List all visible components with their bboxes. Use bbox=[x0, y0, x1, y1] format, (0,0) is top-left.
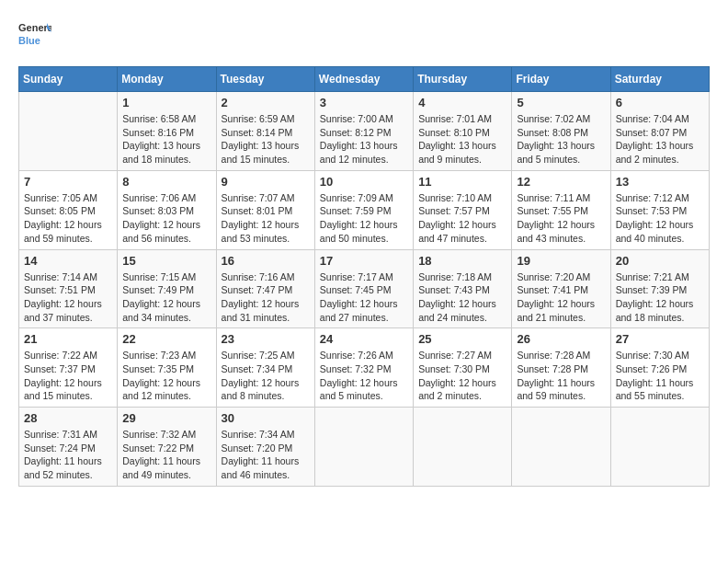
day-info: Sunrise: 7:30 AM Sunset: 7:26 PM Dayligh… bbox=[616, 349, 704, 403]
calendar-cell: 3Sunrise: 7:00 AM Sunset: 8:12 PM Daylig… bbox=[314, 92, 413, 171]
calendar-cell: 1Sunrise: 6:58 AM Sunset: 8:16 PM Daylig… bbox=[118, 92, 216, 171]
calendar-cell: 20Sunrise: 7:21 AM Sunset: 7:39 PM Dayli… bbox=[610, 249, 709, 328]
day-info: Sunrise: 7:28 AM Sunset: 7:28 PM Dayligh… bbox=[517, 349, 605, 403]
day-info: Sunrise: 7:07 AM Sunset: 8:01 PM Dayligh… bbox=[222, 191, 310, 246]
day-info: Sunrise: 7:14 AM Sunset: 7:51 PM Dayligh… bbox=[24, 270, 112, 325]
day-number: 20 bbox=[616, 254, 704, 268]
calendar-cell: 19Sunrise: 7:20 AM Sunset: 7:41 PM Dayli… bbox=[512, 249, 610, 328]
calendar-header: SundayMondayTuesdayWednesdayThursdayFrid… bbox=[19, 67, 710, 92]
header-day-thursday: Thursday bbox=[414, 67, 512, 92]
calendar-cell: 29Sunrise: 7:32 AM Sunset: 7:22 PM Dayli… bbox=[118, 408, 216, 487]
day-info: Sunrise: 7:16 AM Sunset: 7:47 PM Dayligh… bbox=[222, 270, 310, 325]
day-info: Sunrise: 7:20 AM Sunset: 7:41 PM Dayligh… bbox=[517, 270, 605, 325]
day-number: 4 bbox=[418, 96, 506, 109]
calendar-cell: 8Sunrise: 7:06 AM Sunset: 8:03 PM Daylig… bbox=[118, 170, 216, 249]
day-number: 3 bbox=[320, 96, 408, 109]
svg-text:General: General bbox=[18, 22, 51, 33]
day-info: Sunrise: 6:58 AM Sunset: 8:16 PM Dayligh… bbox=[122, 112, 210, 167]
calendar-cell bbox=[314, 408, 413, 487]
day-number: 11 bbox=[418, 175, 506, 189]
day-info: Sunrise: 7:21 AM Sunset: 7:39 PM Dayligh… bbox=[616, 270, 704, 325]
calendar-cell: 13Sunrise: 7:12 AM Sunset: 7:53 PM Dayli… bbox=[610, 170, 709, 249]
week-row-4: 21Sunrise: 7:22 AM Sunset: 7:37 PM Dayli… bbox=[19, 328, 710, 408]
calendar-cell: 10Sunrise: 7:09 AM Sunset: 7:59 PM Dayli… bbox=[314, 170, 413, 249]
day-number: 29 bbox=[122, 411, 210, 425]
calendar-cell bbox=[414, 408, 512, 487]
calendar-cell: 30Sunrise: 7:34 AM Sunset: 7:20 PM Dayli… bbox=[216, 408, 314, 487]
day-number: 27 bbox=[616, 332, 704, 346]
header-day-sunday: Sunday bbox=[19, 67, 118, 92]
calendar-cell: 9Sunrise: 7:07 AM Sunset: 8:01 PM Daylig… bbox=[216, 170, 314, 249]
day-info: Sunrise: 7:01 AM Sunset: 8:10 PM Dayligh… bbox=[418, 112, 506, 167]
calendar-cell: 21Sunrise: 7:22 AM Sunset: 7:37 PM Dayli… bbox=[19, 328, 118, 408]
day-number: 6 bbox=[616, 96, 704, 109]
calendar-cell: 24Sunrise: 7:26 AM Sunset: 7:32 PM Dayli… bbox=[314, 328, 413, 408]
calendar-cell: 14Sunrise: 7:14 AM Sunset: 7:51 PM Dayli… bbox=[19, 249, 118, 328]
day-number: 12 bbox=[517, 175, 605, 189]
calendar-cell: 4Sunrise: 7:01 AM Sunset: 8:10 PM Daylig… bbox=[414, 92, 512, 171]
calendar-cell: 12Sunrise: 7:11 AM Sunset: 7:55 PM Dayli… bbox=[512, 170, 610, 249]
day-info: Sunrise: 7:09 AM Sunset: 7:59 PM Dayligh… bbox=[320, 191, 408, 246]
calendar-cell bbox=[610, 408, 709, 487]
day-number: 19 bbox=[517, 254, 605, 268]
day-info: Sunrise: 7:23 AM Sunset: 7:35 PM Dayligh… bbox=[122, 349, 210, 403]
day-info: Sunrise: 7:34 AM Sunset: 7:20 PM Dayligh… bbox=[222, 428, 310, 482]
day-info: Sunrise: 7:04 AM Sunset: 8:07 PM Dayligh… bbox=[616, 112, 704, 167]
header-day-tuesday: Tuesday bbox=[216, 67, 314, 92]
calendar-cell: 22Sunrise: 7:23 AM Sunset: 7:35 PM Dayli… bbox=[118, 328, 216, 408]
day-info: Sunrise: 7:02 AM Sunset: 8:08 PM Dayligh… bbox=[517, 112, 605, 167]
day-number: 7 bbox=[24, 175, 112, 189]
calendar-cell: 6Sunrise: 7:04 AM Sunset: 8:07 PM Daylig… bbox=[610, 92, 709, 171]
header-row: SundayMondayTuesdayWednesdayThursdayFrid… bbox=[19, 67, 710, 92]
logo-svg: General Blue bbox=[18, 18, 51, 52]
calendar-cell: 18Sunrise: 7:18 AM Sunset: 7:43 PM Dayli… bbox=[414, 249, 512, 328]
day-info: Sunrise: 7:06 AM Sunset: 8:03 PM Dayligh… bbox=[122, 191, 210, 246]
day-info: Sunrise: 7:05 AM Sunset: 8:05 PM Dayligh… bbox=[24, 191, 112, 246]
calendar-cell: 25Sunrise: 7:27 AM Sunset: 7:30 PM Dayli… bbox=[414, 328, 512, 408]
header-day-friday: Friday bbox=[512, 67, 610, 92]
day-info: Sunrise: 7:11 AM Sunset: 7:55 PM Dayligh… bbox=[517, 191, 605, 246]
day-info: Sunrise: 7:27 AM Sunset: 7:30 PM Dayligh… bbox=[418, 349, 506, 403]
calendar-cell: 15Sunrise: 7:15 AM Sunset: 7:49 PM Dayli… bbox=[118, 249, 216, 328]
day-number: 25 bbox=[418, 332, 506, 346]
page-header: General Blue bbox=[18, 18, 710, 52]
day-info: Sunrise: 7:12 AM Sunset: 7:53 PM Dayligh… bbox=[616, 191, 704, 246]
day-number: 14 bbox=[24, 254, 112, 268]
day-info: Sunrise: 7:00 AM Sunset: 8:12 PM Dayligh… bbox=[320, 112, 408, 167]
calendar-cell bbox=[512, 408, 610, 487]
header-day-saturday: Saturday bbox=[610, 67, 709, 92]
calendar-cell: 16Sunrise: 7:16 AM Sunset: 7:47 PM Dayli… bbox=[216, 249, 314, 328]
day-info: Sunrise: 7:31 AM Sunset: 7:24 PM Dayligh… bbox=[24, 428, 112, 482]
calendar-cell bbox=[19, 92, 118, 171]
calendar-cell: 17Sunrise: 7:17 AM Sunset: 7:45 PM Dayli… bbox=[314, 249, 413, 328]
calendar-cell: 28Sunrise: 7:31 AM Sunset: 7:24 PM Dayli… bbox=[19, 408, 118, 487]
day-number: 21 bbox=[24, 332, 112, 346]
day-number: 9 bbox=[222, 175, 310, 189]
day-info: Sunrise: 7:15 AM Sunset: 7:49 PM Dayligh… bbox=[122, 270, 210, 325]
day-number: 13 bbox=[616, 175, 704, 189]
day-number: 23 bbox=[222, 332, 310, 346]
calendar-cell: 26Sunrise: 7:28 AM Sunset: 7:28 PM Dayli… bbox=[512, 328, 610, 408]
calendar-cell: 2Sunrise: 6:59 AM Sunset: 8:14 PM Daylig… bbox=[216, 92, 314, 171]
calendar-cell: 23Sunrise: 7:25 AM Sunset: 7:34 PM Dayli… bbox=[216, 328, 314, 408]
svg-text:Blue: Blue bbox=[18, 35, 40, 46]
day-number: 16 bbox=[222, 254, 310, 268]
day-info: Sunrise: 7:32 AM Sunset: 7:22 PM Dayligh… bbox=[122, 428, 210, 482]
day-number: 15 bbox=[122, 254, 210, 268]
day-number: 24 bbox=[320, 332, 408, 346]
day-info: Sunrise: 6:59 AM Sunset: 8:14 PM Dayligh… bbox=[222, 112, 310, 167]
day-info: Sunrise: 7:10 AM Sunset: 7:57 PM Dayligh… bbox=[418, 191, 506, 246]
week-row-1: 1Sunrise: 6:58 AM Sunset: 8:16 PM Daylig… bbox=[19, 92, 710, 171]
week-row-5: 28Sunrise: 7:31 AM Sunset: 7:24 PM Dayli… bbox=[19, 408, 710, 487]
day-info: Sunrise: 7:18 AM Sunset: 7:43 PM Dayligh… bbox=[418, 270, 506, 325]
calendar-cell: 5Sunrise: 7:02 AM Sunset: 8:08 PM Daylig… bbox=[512, 92, 610, 171]
calendar-cell: 11Sunrise: 7:10 AM Sunset: 7:57 PM Dayli… bbox=[414, 170, 512, 249]
day-number: 1 bbox=[122, 96, 210, 109]
day-number: 28 bbox=[24, 411, 112, 425]
day-number: 18 bbox=[418, 254, 506, 268]
week-row-3: 14Sunrise: 7:14 AM Sunset: 7:51 PM Dayli… bbox=[19, 249, 710, 328]
calendar-cell: 7Sunrise: 7:05 AM Sunset: 8:05 PM Daylig… bbox=[19, 170, 118, 249]
header-day-wednesday: Wednesday bbox=[314, 67, 413, 92]
day-number: 10 bbox=[320, 175, 408, 189]
day-info: Sunrise: 7:22 AM Sunset: 7:37 PM Dayligh… bbox=[24, 349, 112, 403]
